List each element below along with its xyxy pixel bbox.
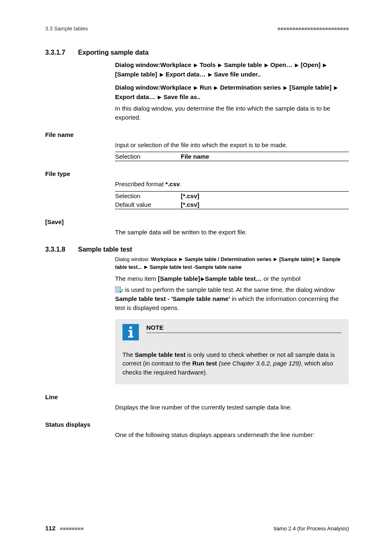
triangle-icon: ▶	[217, 62, 222, 67]
text: The menu item	[115, 275, 158, 282]
text-bold: Run test	[192, 360, 217, 367]
kv-key: Selection	[115, 192, 181, 199]
text-bold: Sample table test	[135, 351, 185, 358]
save-label: [Save]	[45, 218, 115, 225]
line-block: Line	[45, 393, 349, 400]
triangle-icon: ▶	[178, 257, 183, 261]
kv-val: [*.csv]	[181, 192, 199, 199]
kv-key: Default value	[115, 201, 181, 208]
file-name-label: File name	[45, 131, 115, 138]
triangle-icon: ▶	[193, 62, 198, 67]
sample-table-test-line2: is used to perform the sample table test…	[115, 285, 349, 312]
text: Prescribed format	[115, 180, 166, 187]
dialog-path-1: Dialog window:Workplace ▶ Tools ▶ Sample…	[115, 60, 349, 79]
text-bold: Sample table test - 'Sample table name'	[115, 295, 230, 302]
section-3318-heading: 3.3.1.8 Sample table test	[45, 246, 349, 253]
file-type-label: File type	[45, 170, 115, 177]
section-title: Exporting sample data	[78, 49, 149, 56]
triangle-icon: ▶	[283, 85, 288, 90]
path-part: [Sample table]	[115, 71, 157, 78]
file-name-block: File name	[45, 131, 349, 138]
path-part: [Sample table]	[289, 84, 332, 91]
footer-left: 112 ■■■■■■■■	[45, 525, 83, 532]
kv-val: [*.csv]	[181, 201, 199, 208]
note-box: NOTE The Sample table test is only used …	[115, 319, 349, 384]
save-block: [Save]	[45, 218, 349, 225]
page-number: 112	[45, 525, 55, 532]
text-bold: [Sample table]	[158, 275, 200, 282]
path-part: [Open]	[301, 61, 321, 68]
path-part: [Sample table]	[279, 257, 314, 262]
triangle-icon: ▶	[273, 257, 278, 261]
path-part: Sample table test -Sample table name	[150, 264, 242, 270]
svg-rect-7	[130, 330, 132, 337]
path-part: Save file under..	[214, 71, 261, 78]
svg-point-5	[129, 326, 132, 328]
path-part: Run	[200, 84, 212, 91]
triangle-icon: ▶	[316, 257, 321, 261]
kv-val: File name	[181, 153, 209, 160]
note-body: The Sample table test is only used to ch…	[122, 350, 341, 377]
note-title: NOTE	[146, 324, 341, 333]
file-name-desc: Input or selection of the file into whic…	[115, 141, 349, 150]
path-part: Workplace	[160, 61, 191, 68]
triangle-icon: ▶	[208, 72, 212, 77]
text-italic: (see Chapter 3.6.2, page 129)	[217, 360, 301, 367]
text: is used to perform the sample table test…	[123, 286, 334, 293]
text: or the symbol	[262, 275, 300, 282]
section-3317-heading: 3.3.1.7 Exporting sample data	[45, 49, 349, 56]
triangle-icon: ▶	[294, 62, 299, 67]
footer-dashes: ■■■■■■■■	[60, 526, 83, 532]
section-title: Sample table test	[78, 246, 132, 253]
running-header: 3.3 Sample tables ■■■■■■■■■■■■■■■■■■■■■■…	[45, 25, 349, 32]
triangle-icon: ▶	[143, 264, 148, 269]
file-name-table: Selection File name	[115, 152, 349, 161]
header-dashes: ■■■■■■■■■■■■■■■■■■■■■■■■	[277, 26, 349, 32]
text: .	[180, 180, 182, 187]
text-bold: *.csv	[166, 180, 180, 187]
line-label: Line	[45, 393, 115, 400]
path-part: Sample table / Determination series	[185, 257, 272, 262]
file-type-desc: Prescribed format *.csv.	[115, 180, 349, 189]
path-part: Sample table	[224, 61, 262, 68]
section-intro: In this dialog window, you determine the…	[115, 104, 349, 122]
sample-table-test-line1: The menu item [Sample table]▶Sample tabl…	[115, 274, 349, 283]
sample-table-test-icon	[115, 287, 123, 293]
status-displays-label: Status displays	[45, 421, 115, 428]
triangle-icon: ▶	[193, 85, 198, 90]
path-part: Export data…	[166, 71, 206, 78]
svg-rect-8	[128, 336, 133, 338]
table-row: Selection File name	[115, 152, 349, 161]
table-row: Default value [*.csv]	[115, 200, 349, 209]
dialog-path-small: Dialog window: Workplace ▶ Sample table …	[115, 256, 349, 272]
file-type-table: Selection [*.csv] Default value [*.csv]	[115, 191, 349, 209]
kv-key: Selection	[115, 153, 181, 160]
path-part: Workplace	[151, 257, 177, 262]
status-displays-block: Status displays	[45, 421, 349, 428]
save-desc: The sample data will be written to the e…	[115, 228, 349, 237]
triangle-icon: ▶	[200, 276, 205, 281]
path-part: Determination series	[220, 84, 281, 91]
text-bold: Sample table test…	[205, 275, 262, 282]
text: Dialog window:	[115, 257, 151, 262]
dialog-path-prefix: Dialog window:	[115, 84, 160, 91]
triangle-icon: ▶	[159, 72, 164, 77]
dialog-path-2: Dialog window:Workplace ▶ Run ▶ Determin…	[115, 83, 349, 102]
path-part: Open…	[270, 61, 292, 68]
text: The	[122, 351, 135, 358]
table-row: Selection [*.csv]	[115, 192, 349, 200]
triangle-icon: ▶	[213, 85, 218, 90]
footer-right: tiamo 2.4 (for Process Analysis)	[274, 525, 349, 532]
path-part: Save file as..	[164, 93, 201, 100]
dialog-path-prefix: Dialog window:	[115, 61, 160, 68]
file-type-block: File type	[45, 170, 349, 177]
triangle-icon: ▶	[264, 62, 269, 67]
triangle-icon: ▶	[157, 95, 162, 99]
triangle-icon: ▶	[333, 85, 338, 90]
status-displays-desc: One of the following status displays app…	[115, 430, 349, 439]
page-footer: 112 ■■■■■■■■ tiamo 2.4 (for Process Anal…	[45, 525, 349, 532]
header-left: 3.3 Sample tables	[45, 25, 88, 32]
path-part: Workplace	[160, 84, 191, 91]
section-number: 3.3.1.7	[45, 49, 78, 56]
triangle-icon: ▶	[322, 62, 327, 67]
